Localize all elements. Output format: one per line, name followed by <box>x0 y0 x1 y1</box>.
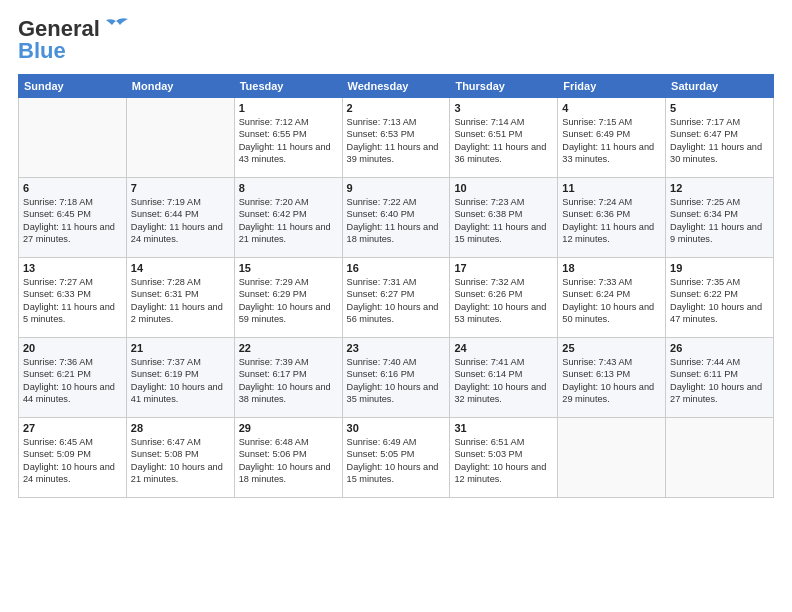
calendar-cell <box>126 98 234 178</box>
day-number: 10 <box>454 182 553 194</box>
day-number: 4 <box>562 102 661 114</box>
day-number: 13 <box>23 262 122 274</box>
day-number: 7 <box>131 182 230 194</box>
calendar-cell: 26Sunrise: 7:44 AM Sunset: 6:11 PM Dayli… <box>666 338 774 418</box>
calendar-cell: 21Sunrise: 7:37 AM Sunset: 6:19 PM Dayli… <box>126 338 234 418</box>
day-info: Sunrise: 6:49 AM Sunset: 5:05 PM Dayligh… <box>347 436 446 486</box>
calendar-cell: 22Sunrise: 7:39 AM Sunset: 6:17 PM Dayli… <box>234 338 342 418</box>
calendar-cell: 2Sunrise: 7:13 AM Sunset: 6:53 PM Daylig… <box>342 98 450 178</box>
calendar-cell: 15Sunrise: 7:29 AM Sunset: 6:29 PM Dayli… <box>234 258 342 338</box>
weekday-header-thursday: Thursday <box>450 75 558 98</box>
day-number: 17 <box>454 262 553 274</box>
day-number: 28 <box>131 422 230 434</box>
day-info: Sunrise: 6:47 AM Sunset: 5:08 PM Dayligh… <box>131 436 230 486</box>
day-number: 15 <box>239 262 338 274</box>
day-number: 18 <box>562 262 661 274</box>
calendar-week-3: 13Sunrise: 7:27 AM Sunset: 6:33 PM Dayli… <box>19 258 774 338</box>
calendar-cell: 29Sunrise: 6:48 AM Sunset: 5:06 PM Dayli… <box>234 418 342 498</box>
day-number: 9 <box>347 182 446 194</box>
day-info: Sunrise: 7:12 AM Sunset: 6:55 PM Dayligh… <box>239 116 338 166</box>
logo-bird-icon <box>102 17 130 35</box>
calendar-week-4: 20Sunrise: 7:36 AM Sunset: 6:21 PM Dayli… <box>19 338 774 418</box>
day-number: 2 <box>347 102 446 114</box>
calendar-cell: 17Sunrise: 7:32 AM Sunset: 6:26 PM Dayli… <box>450 258 558 338</box>
calendar-cell: 28Sunrise: 6:47 AM Sunset: 5:08 PM Dayli… <box>126 418 234 498</box>
calendar-cell: 10Sunrise: 7:23 AM Sunset: 6:38 PM Dayli… <box>450 178 558 258</box>
calendar-cell: 24Sunrise: 7:41 AM Sunset: 6:14 PM Dayli… <box>450 338 558 418</box>
logo-blue: Blue <box>18 38 66 64</box>
day-info: Sunrise: 7:39 AM Sunset: 6:17 PM Dayligh… <box>239 356 338 406</box>
calendar-cell: 4Sunrise: 7:15 AM Sunset: 6:49 PM Daylig… <box>558 98 666 178</box>
day-number: 20 <box>23 342 122 354</box>
day-number: 22 <box>239 342 338 354</box>
day-number: 29 <box>239 422 338 434</box>
day-number: 11 <box>562 182 661 194</box>
day-number: 27 <box>23 422 122 434</box>
calendar-cell <box>666 418 774 498</box>
logo-general: General <box>18 18 100 40</box>
day-info: Sunrise: 7:28 AM Sunset: 6:31 PM Dayligh… <box>131 276 230 326</box>
day-info: Sunrise: 6:45 AM Sunset: 5:09 PM Dayligh… <box>23 436 122 486</box>
calendar-cell: 12Sunrise: 7:25 AM Sunset: 6:34 PM Dayli… <box>666 178 774 258</box>
calendar-week-1: 1Sunrise: 7:12 AM Sunset: 6:55 PM Daylig… <box>19 98 774 178</box>
calendar-cell: 19Sunrise: 7:35 AM Sunset: 6:22 PM Dayli… <box>666 258 774 338</box>
weekday-header-wednesday: Wednesday <box>342 75 450 98</box>
day-number: 25 <box>562 342 661 354</box>
day-info: Sunrise: 7:40 AM Sunset: 6:16 PM Dayligh… <box>347 356 446 406</box>
day-info: Sunrise: 7:17 AM Sunset: 6:47 PM Dayligh… <box>670 116 769 166</box>
day-info: Sunrise: 7:24 AM Sunset: 6:36 PM Dayligh… <box>562 196 661 246</box>
day-info: Sunrise: 7:43 AM Sunset: 6:13 PM Dayligh… <box>562 356 661 406</box>
day-info: Sunrise: 7:13 AM Sunset: 6:53 PM Dayligh… <box>347 116 446 166</box>
calendar-cell: 16Sunrise: 7:31 AM Sunset: 6:27 PM Dayli… <box>342 258 450 338</box>
day-info: Sunrise: 7:44 AM Sunset: 6:11 PM Dayligh… <box>670 356 769 406</box>
calendar-week-2: 6Sunrise: 7:18 AM Sunset: 6:45 PM Daylig… <box>19 178 774 258</box>
day-number: 24 <box>454 342 553 354</box>
calendar-cell: 5Sunrise: 7:17 AM Sunset: 6:47 PM Daylig… <box>666 98 774 178</box>
calendar-week-5: 27Sunrise: 6:45 AM Sunset: 5:09 PM Dayli… <box>19 418 774 498</box>
day-info: Sunrise: 7:20 AM Sunset: 6:42 PM Dayligh… <box>239 196 338 246</box>
day-number: 26 <box>670 342 769 354</box>
day-info: Sunrise: 7:15 AM Sunset: 6:49 PM Dayligh… <box>562 116 661 166</box>
day-info: Sunrise: 7:41 AM Sunset: 6:14 PM Dayligh… <box>454 356 553 406</box>
day-info: Sunrise: 7:18 AM Sunset: 6:45 PM Dayligh… <box>23 196 122 246</box>
day-info: Sunrise: 7:23 AM Sunset: 6:38 PM Dayligh… <box>454 196 553 246</box>
day-info: Sunrise: 7:33 AM Sunset: 6:24 PM Dayligh… <box>562 276 661 326</box>
weekday-header-sunday: Sunday <box>19 75 127 98</box>
calendar-cell: 18Sunrise: 7:33 AM Sunset: 6:24 PM Dayli… <box>558 258 666 338</box>
day-number: 1 <box>239 102 338 114</box>
day-info: Sunrise: 7:32 AM Sunset: 6:26 PM Dayligh… <box>454 276 553 326</box>
day-info: Sunrise: 7:35 AM Sunset: 6:22 PM Dayligh… <box>670 276 769 326</box>
calendar-cell: 6Sunrise: 7:18 AM Sunset: 6:45 PM Daylig… <box>19 178 127 258</box>
logo: General Blue <box>18 18 130 64</box>
weekday-header-tuesday: Tuesday <box>234 75 342 98</box>
day-number: 19 <box>670 262 769 274</box>
weekday-header-monday: Monday <box>126 75 234 98</box>
day-info: Sunrise: 7:22 AM Sunset: 6:40 PM Dayligh… <box>347 196 446 246</box>
calendar-cell <box>19 98 127 178</box>
calendar-cell <box>558 418 666 498</box>
day-info: Sunrise: 6:51 AM Sunset: 5:03 PM Dayligh… <box>454 436 553 486</box>
calendar-table: SundayMondayTuesdayWednesdayThursdayFrid… <box>18 74 774 498</box>
calendar-cell: 14Sunrise: 7:28 AM Sunset: 6:31 PM Dayli… <box>126 258 234 338</box>
day-info: Sunrise: 6:48 AM Sunset: 5:06 PM Dayligh… <box>239 436 338 486</box>
day-number: 14 <box>131 262 230 274</box>
day-number: 23 <box>347 342 446 354</box>
day-number: 30 <box>347 422 446 434</box>
day-number: 8 <box>239 182 338 194</box>
day-number: 3 <box>454 102 553 114</box>
day-info: Sunrise: 7:25 AM Sunset: 6:34 PM Dayligh… <box>670 196 769 246</box>
day-number: 31 <box>454 422 553 434</box>
calendar-cell: 23Sunrise: 7:40 AM Sunset: 6:16 PM Dayli… <box>342 338 450 418</box>
day-info: Sunrise: 7:29 AM Sunset: 6:29 PM Dayligh… <box>239 276 338 326</box>
day-number: 5 <box>670 102 769 114</box>
weekday-header-row: SundayMondayTuesdayWednesdayThursdayFrid… <box>19 75 774 98</box>
calendar-cell: 31Sunrise: 6:51 AM Sunset: 5:03 PM Dayli… <box>450 418 558 498</box>
day-info: Sunrise: 7:31 AM Sunset: 6:27 PM Dayligh… <box>347 276 446 326</box>
calendar-cell: 20Sunrise: 7:36 AM Sunset: 6:21 PM Dayli… <box>19 338 127 418</box>
calendar-cell: 13Sunrise: 7:27 AM Sunset: 6:33 PM Dayli… <box>19 258 127 338</box>
day-number: 6 <box>23 182 122 194</box>
calendar-cell: 9Sunrise: 7:22 AM Sunset: 6:40 PM Daylig… <box>342 178 450 258</box>
day-info: Sunrise: 7:36 AM Sunset: 6:21 PM Dayligh… <box>23 356 122 406</box>
weekday-header-saturday: Saturday <box>666 75 774 98</box>
calendar-cell: 3Sunrise: 7:14 AM Sunset: 6:51 PM Daylig… <box>450 98 558 178</box>
